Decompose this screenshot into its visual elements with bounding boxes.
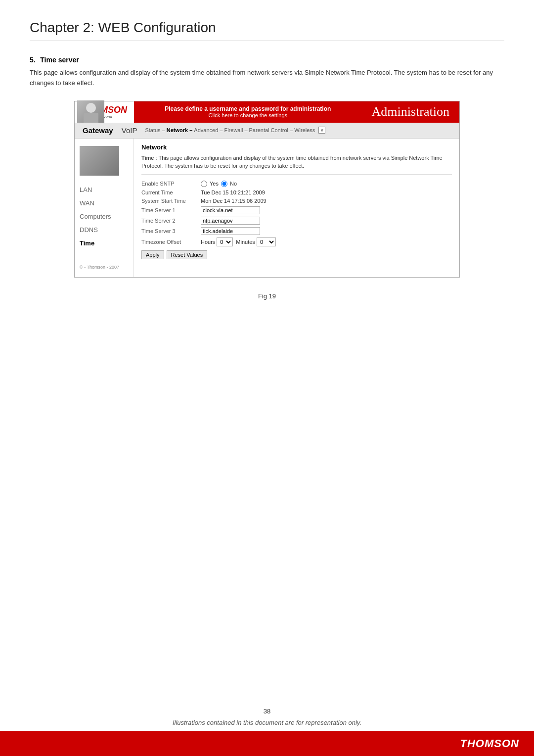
form-row-server1: Time Server 1 — [141, 206, 452, 214]
banner-line2: Click here to change the settings — [208, 112, 287, 118]
form-row-system-start: System Start Time Mon Dec 14 17:15:06 20… — [141, 198, 452, 204]
router-content-area: Network Time : This page allows configur… — [134, 139, 459, 277]
nav-sub-network[interactable]: Network – — [167, 127, 193, 133]
admin-title-area: Administration — [362, 101, 459, 123]
form-row-server3: Time Server 3 — [141, 227, 452, 235]
enable-sntp-radio-group: Yes No — [201, 181, 237, 187]
apply-button[interactable]: Apply — [141, 250, 164, 259]
bottom-thomson-logo: THOMSON — [460, 737, 519, 750]
form-buttons: Apply Reset Values — [141, 250, 452, 259]
sidebar-item-lan[interactable]: LAN — [80, 183, 129, 196]
router-logo-area: THOMSON images & beyond — [75, 101, 134, 123]
form-row-server2: Time Server 2 — [141, 217, 452, 225]
timezone-minutes-label: Minutes — [236, 239, 255, 245]
nav-tab-voip[interactable]: VoIP — [119, 125, 140, 136]
footer-disclaimer: Illustrations contained in this document… — [173, 719, 361, 726]
page-footer: 38 Illustrations contained in this docum… — [0, 708, 534, 726]
sidebar-item-ddns[interactable]: DDNS — [80, 223, 129, 236]
chapter-title: Chapter 2: WEB Configuration — [30, 20, 504, 41]
admin-title: Administration — [372, 104, 449, 119]
reset-button[interactable]: Reset Values — [167, 250, 208, 259]
content-section-title: Network — [141, 143, 452, 151]
form-row-current-time: Current Time Tue Dec 15 10:21:21 2009 — [141, 189, 452, 195]
time-settings-form: Enable SNTP Yes No Current Time Tue Dec … — [141, 181, 452, 259]
server1-label: Time Server 1 — [141, 207, 201, 213]
router-sidebar: LAN WAN Computers DDNS Time © - Thomson … — [75, 139, 134, 277]
nav-sub-status[interactable]: Status – — [145, 127, 165, 133]
sntp-yes-label: Yes — [210, 181, 219, 187]
server2-input[interactable] — [201, 217, 260, 225]
server2-label: Time Server 2 — [141, 218, 201, 224]
sntp-no-label: No — [230, 181, 237, 187]
form-row-timezone: Timezone Offset Hours 0 1 Minutes 0 30 — [141, 237, 452, 246]
sidebar-copyright: © - Thomson - 2007 — [80, 265, 129, 270]
nav-sub-parental[interactable]: Parental Control – — [249, 127, 293, 133]
banner-here-link[interactable]: here — [222, 112, 232, 118]
nav-submenu: Status – Network – Advanced – Firewall –… — [145, 127, 325, 134]
current-time-value: Tue Dec 15 10:21:21 2009 — [201, 189, 265, 195]
sntp-no-radio[interactable] — [221, 181, 227, 187]
banner-line1: Please define a username and password fo… — [165, 105, 331, 112]
sidebar-person-image — [80, 146, 119, 176]
router-ui-screenshot: THOMSON images & beyond Please define a … — [74, 101, 460, 278]
nav-sub-advanced[interactable]: Advanced – — [194, 127, 222, 133]
content-desc-bold: Time — [141, 155, 154, 161]
timezone-hours-label: Hours — [201, 239, 215, 245]
timezone-minutes-select[interactable]: 0 30 — [257, 237, 276, 246]
current-time-label: Current Time — [141, 189, 201, 195]
page-number: 38 — [264, 708, 270, 715]
content-desc: Time : This page allows configuration an… — [141, 154, 452, 175]
router-banner: THOMSON images & beyond Please define a … — [75, 101, 459, 123]
section-description: This page allows configuration and displ… — [30, 68, 504, 89]
system-start-value: Mon Dec 14 17:15:06 2009 — [201, 198, 267, 204]
router-banner-message: Please define a username and password fo… — [134, 101, 362, 123]
sidebar-item-wan[interactable]: WAN — [80, 196, 129, 210]
nav-tab-gateway[interactable]: Gateway — [80, 125, 116, 136]
nav-arrow[interactable]: ∨ — [318, 127, 325, 134]
sidebar-item-time[interactable]: Time — [80, 236, 129, 250]
nav-sub-wireless[interactable]: Wireless — [294, 127, 315, 133]
server3-label: Time Server 3 — [141, 228, 201, 234]
fig-caption: Fig 19 — [30, 292, 504, 300]
section-title: Time server — [40, 56, 79, 64]
bottom-bar: THOMSON — [0, 731, 534, 756]
timezone-label: Timezone Offset — [141, 239, 201, 245]
system-start-label: System Start Time — [141, 198, 201, 204]
form-row-enable-sntp: Enable SNTP Yes No — [141, 181, 452, 187]
section-number: 5. — [30, 56, 36, 64]
router-navbar: Gateway VoIP Status – Network – Advanced… — [75, 123, 459, 139]
router-main-area: LAN WAN Computers DDNS Time © - Thomson … — [75, 139, 459, 277]
nav-sub-firewall[interactable]: Firewall – — [224, 127, 247, 133]
content-desc-text: : This page allows configuration and dis… — [141, 155, 443, 169]
enable-sntp-label: Enable SNTP — [141, 181, 201, 187]
sidebar-item-computers[interactable]: Computers — [80, 210, 129, 223]
server3-input[interactable] — [201, 227, 260, 235]
server1-input[interactable] — [201, 206, 260, 214]
sntp-yes-radio[interactable] — [201, 181, 207, 187]
timezone-hours-select[interactable]: 0 1 — [217, 237, 233, 246]
